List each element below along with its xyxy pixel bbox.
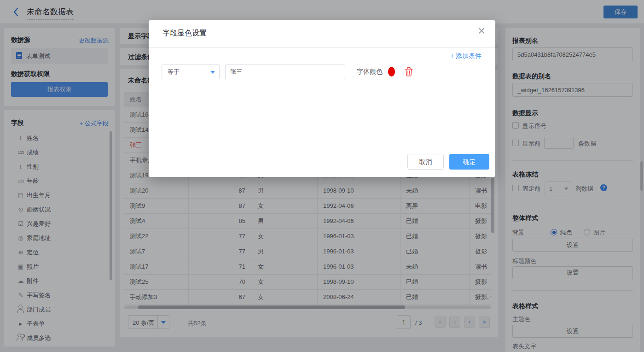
font-color-label: 字体颜色 xyxy=(357,68,383,76)
trash-icon[interactable] xyxy=(405,67,414,76)
cancel-button[interactable]: 取消 xyxy=(407,154,444,170)
color-swatch[interactable] xyxy=(388,67,395,76)
operator-caret-segment xyxy=(206,65,219,79)
operator-value: 等于 xyxy=(168,65,180,79)
operator-select[interactable]: 等于 xyxy=(162,65,220,79)
dialog-title: 字段显色设置 xyxy=(162,29,207,38)
close-icon[interactable]: × xyxy=(478,25,485,37)
add-condition-link[interactable]: + 添加条件 xyxy=(450,52,482,60)
dialog-divider xyxy=(149,47,495,48)
chevron-down-icon xyxy=(210,71,215,76)
condition-value-input[interactable] xyxy=(225,65,345,79)
app-root: 未命名数据表 保存 数据源 更改数据源 表单测试 数据获取权限 报表权限 字段 … xyxy=(0,0,644,352)
confirm-button[interactable]: 确定 xyxy=(449,154,489,170)
field-color-dialog: 字段显色设置 × + 添加条件 等于 字体颜色 取消 确定 xyxy=(149,20,495,177)
